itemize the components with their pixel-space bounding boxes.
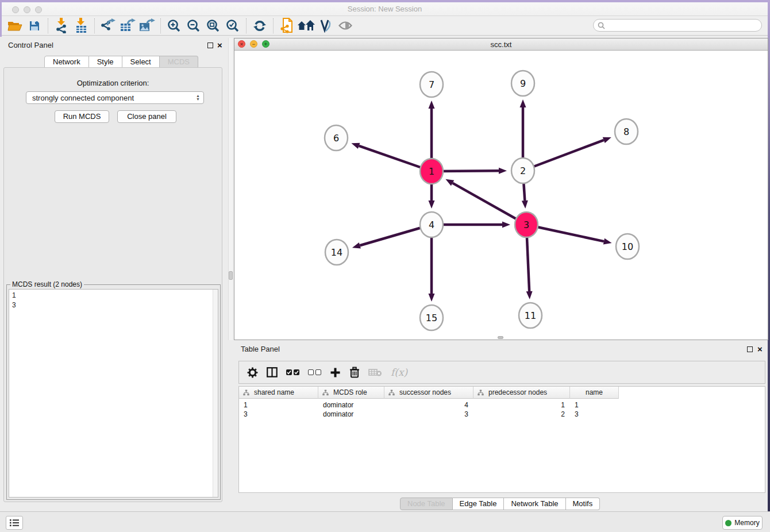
zoom-in-icon[interactable] [164,17,184,34]
tab-network-table[interactable]: Network Table [504,498,565,510]
edge-arrowhead [502,222,510,228]
edge-2-8[interactable] [523,140,604,171]
result-scrollbar[interactable] [213,290,218,497]
tab-node-table[interactable]: Node Table [400,498,453,510]
delete-column-icon[interactable] [349,367,360,378]
app-titlebar: Session: New Session [2,2,768,16]
toolbar-separator [273,18,274,33]
import-table-icon[interactable] [71,17,91,34]
svg-text:6: 6 [333,133,339,144]
copy-network-icon[interactable] [277,17,297,34]
tab-mcds[interactable]: MCDS [160,56,198,68]
svg-text:3: 3 [523,219,529,230]
svg-text:15: 15 [426,313,437,323]
edge-arrowhead [429,101,435,109]
table-row[interactable]: 1 dominator 4 1 1 [239,400,619,410]
node-1[interactable]: 1 [420,159,443,184]
table-panel-close-icon[interactable]: × [757,346,763,352]
first-neighbors-icon[interactable] [297,17,316,34]
node-4[interactable]: 4 [420,212,443,237]
show-hide-panel-icon[interactable] [336,17,355,34]
vizmapper-icon[interactable] [316,17,336,34]
delete-table-icon [368,368,382,377]
tab-motifs[interactable]: Motifs [566,498,600,510]
toolbar-separator [94,18,95,33]
zoom-selected-icon[interactable] [223,17,242,34]
column-header-mcds-role[interactable]: MCDS role [318,387,384,399]
optimization-criterion-value: strongly connected component [32,94,196,102]
panel-divider [228,38,233,340]
svg-text:2: 2 [520,165,526,176]
node-10[interactable]: 10 [616,234,639,259]
import-network-icon[interactable] [52,17,71,34]
mcds-result-line: 3 [12,300,215,310]
zoom-out-icon[interactable] [184,17,203,34]
column-header-predecessor-nodes[interactable]: predecessor nodes [473,387,570,399]
network-canvas[interactable]: 1234678910111415 [234,51,768,340]
node-table[interactable]: shared name MCDS role successor nodes pr… [238,386,765,493]
select-all-columns-icon[interactable] [286,369,299,375]
node-9[interactable]: 9 [511,71,534,96]
node-7[interactable]: 7 [420,72,443,97]
save-session-icon[interactable] [25,17,44,34]
refresh-view-icon[interactable] [250,17,270,34]
node-2[interactable]: 2 [511,158,534,183]
mcds-result-title: MCDS result (2 nodes) [10,280,84,288]
zoom-fit-icon[interactable] [203,17,223,34]
column-header-name[interactable]: name [570,387,619,399]
create-column-icon[interactable] [330,367,341,378]
table-panel-float-icon[interactable] [747,346,753,352]
tab-select[interactable]: Select [122,56,160,68]
network-graph[interactable]: 1234678910111415 [234,51,768,340]
node-11[interactable]: 11 [519,303,542,328]
search-icon [598,22,605,29]
edge-arrowhead [445,179,454,186]
tab-edge-table[interactable]: Edge Table [453,498,505,510]
app-title: Session: New Session [2,5,768,13]
export-network-icon[interactable] [98,17,118,34]
memory-status-icon [725,520,732,526]
table-row[interactable]: 3 dominator 3 2 3 [239,410,619,419]
mcds-result-list[interactable]: 1 3 [9,289,218,498]
toolbar-separator [246,18,247,33]
mcds-result-box: MCDS result (2 nodes) 1 3 [6,284,221,500]
column-header-shared-name[interactable]: shared name [239,387,318,399]
column-header-successor-nodes[interactable]: successor nodes [384,387,473,399]
status-bar: Memory [0,511,770,532]
memory-button[interactable]: Memory [722,516,763,530]
open-file-icon[interactable] [5,17,25,34]
search-box[interactable] [593,19,762,32]
svg-text:10: 10 [622,241,633,252]
optimization-criterion-label: Optimization criterion: [4,79,222,87]
control-panel-tabs: Network Style Select MCDS [44,56,198,68]
node-8[interactable]: 8 [615,119,638,144]
panel-divider-handle[interactable] [229,271,233,280]
edge-3-1[interactable] [453,183,526,225]
table-toolbar: f(x) [238,361,765,384]
export-image-icon[interactable] [137,17,157,34]
tab-network[interactable]: Network [44,56,89,68]
node-6[interactable]: 6 [325,125,348,151]
control-panel-float-icon[interactable] [207,43,213,48]
node-15[interactable]: 15 [420,305,443,330]
close-panel-button[interactable]: Close panel [117,110,176,123]
control-panel-close-icon[interactable]: × [217,43,222,48]
search-input[interactable] [608,21,752,29]
edge-arrowhead [603,137,611,143]
optimization-criterion-select[interactable]: strongly connected component ▲▼ [26,91,204,104]
task-history-button[interactable] [6,516,23,530]
svg-text:4: 4 [429,219,434,230]
run-mcds-button[interactable]: Run MCDS [55,110,109,123]
tab-style[interactable]: Style [89,56,122,68]
node-3[interactable]: 3 [515,212,538,237]
unselect-all-columns-icon[interactable] [308,369,321,375]
export-table-icon[interactable] [118,17,137,34]
table-panel-title: Table Panel [241,345,280,353]
node-14[interactable]: 14 [325,240,348,265]
network-hscroll-handle[interactable] [498,336,503,339]
edge-arrowhead [351,143,360,149]
table-settings-gear-icon[interactable] [247,367,258,378]
edge-arrowhead [499,168,507,174]
function-builder-icon: f(x) [391,367,407,378]
show-column-panel-icon[interactable] [267,367,278,377]
